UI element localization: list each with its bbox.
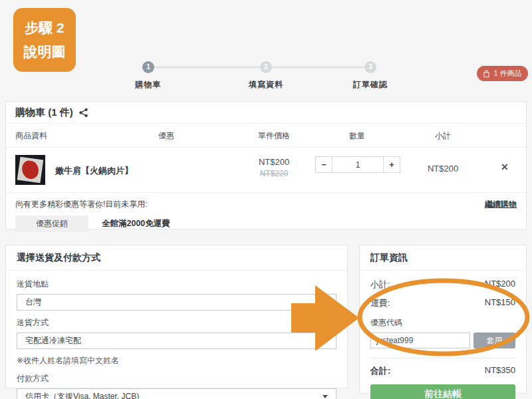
payment-method-label: 付款方式	[17, 373, 336, 384]
column-subtotal: 小計	[410, 124, 476, 148]
cart-count-button[interactable]: 1 件商品	[477, 66, 528, 81]
item-subtotal: NT$200	[410, 164, 476, 174]
caret-down-icon	[323, 395, 328, 398]
delivery-method-value: 宅配通冷凍宅配	[25, 335, 81, 346]
column-discount: 優惠	[158, 124, 174, 148]
shipping-payment-panel: 選擇送貨及付款方式 送貨地點 台灣 送貨方式 宅配通冷凍宅配 ※收件人姓名請填寫…	[5, 245, 348, 388]
delivery-location-select[interactable]: 台灣	[17, 294, 336, 311]
qty-input[interactable]	[332, 156, 384, 173]
delivery-method-select[interactable]: 宅配通冷凍宅配	[17, 332, 336, 349]
payment-method-value: 信用卡（支援Visa, Master, JCB)	[25, 391, 139, 399]
order-shipping-value: NT$150	[485, 297, 515, 309]
column-unit-price: 單件價格	[241, 124, 307, 148]
stepper-step-confirm: 3 訂單確認	[340, 61, 400, 90]
recipient-name-note: ※收件人姓名請填寫中文姓名	[17, 355, 336, 366]
apply-coupon-button[interactable]: 套用	[473, 332, 515, 348]
product-thumbnail[interactable]	[15, 155, 45, 185]
caret-down-icon	[323, 301, 328, 304]
cart-panel: 購物車 (1 件) 商品資料 優惠 單件價格 數量 小計	[5, 101, 527, 229]
caret-down-icon	[323, 339, 328, 342]
checkout-button[interactable]: 前往結帳	[370, 384, 515, 399]
qty-increase-button[interactable]: +	[383, 156, 400, 173]
cart-count-label: 1 件商品	[493, 68, 521, 78]
quantity-stepper: − +	[315, 156, 400, 173]
stepper-step-info: 2 填寫資料	[236, 61, 296, 90]
step-label-cart: 購物車	[118, 79, 178, 90]
delivery-method-label: 送貨方式	[17, 317, 336, 329]
order-info-panel: 訂單資訊 小計: NT$200 運費: NT$150 優惠代碼 套用 合計: N…	[359, 245, 527, 394]
order-total-label: 合計:	[370, 365, 390, 377]
cart-item-row: 嫩牛肩【火鍋肉片】 NT$200 NT$220 − + NT$200 ✕	[6, 148, 526, 193]
shipping-panel-title: 選擇送貨及付款方式	[6, 245, 347, 271]
step-circle-2: 2	[260, 61, 272, 73]
price-current: NT$200	[241, 157, 307, 167]
checkout-page: 步驟 2 說明圖 1 購物車 2 填寫資料 3 訂單確認 1 件商品 購物車 (…	[0, 0, 532, 399]
continue-shopping-link[interactable]: 繼續購物	[485, 199, 517, 210]
share-icon[interactable]	[78, 108, 88, 118]
step-label-confirm: 訂單確認	[340, 79, 400, 90]
delivery-location-label: 送貨地點	[17, 279, 336, 290]
cart-table-header: 商品資料 優惠 單件價格 數量 小計	[6, 124, 526, 148]
promo-badge: 優惠促銷	[15, 215, 88, 232]
promo-note: 尚有更多精彩優惠等著你!目前未享用:	[15, 199, 148, 210]
cart-title: 購物車 (1 件)	[15, 106, 73, 119]
cart-promo-section: 尚有更多精彩優惠等著你!目前未享用: 繼續購物 優惠促銷 全館滿2000免運費	[6, 193, 526, 238]
order-subtotal-value: NT$200	[485, 279, 515, 291]
stepper-step-cart: 1 購物車	[118, 61, 178, 90]
price-original: NT$220	[241, 169, 307, 178]
promo-text: 全館滿2000免運費	[102, 218, 170, 229]
delivery-location-value: 台灣	[25, 297, 41, 308]
step-annotation-badge: 步驟 2 說明圖	[13, 8, 76, 72]
shopping-bag-icon	[483, 70, 490, 78]
divider	[370, 358, 515, 358]
step-badge-line2: 說明圖	[24, 43, 66, 61]
column-qty: 數量	[324, 124, 390, 148]
qty-decrease-button[interactable]: −	[315, 156, 332, 173]
product-name-link[interactable]: 嫩牛肩【火鍋肉片】	[55, 165, 133, 177]
order-shipping-label: 運費:	[370, 297, 390, 309]
step-label-info: 填寫資料	[236, 79, 296, 90]
remove-item-icon[interactable]: ✕	[501, 162, 509, 172]
order-panel-title: 訂單資訊	[360, 245, 526, 271]
step-badge-line1: 步驟 2	[25, 19, 65, 37]
order-subtotal-label: 小計:	[370, 279, 390, 291]
order-total-value: NT$350	[485, 365, 515, 377]
unit-price: NT$200 NT$220	[241, 157, 307, 178]
step-circle-3: 3	[364, 61, 376, 73]
coupon-input[interactable]	[370, 332, 470, 348]
column-product: 商品資料	[15, 124, 47, 148]
coupon-label: 優惠代碼	[370, 317, 515, 329]
payment-method-select[interactable]: 信用卡（支援Visa, Master, JCB)	[17, 388, 336, 399]
step-circle-1: 1	[142, 61, 154, 73]
